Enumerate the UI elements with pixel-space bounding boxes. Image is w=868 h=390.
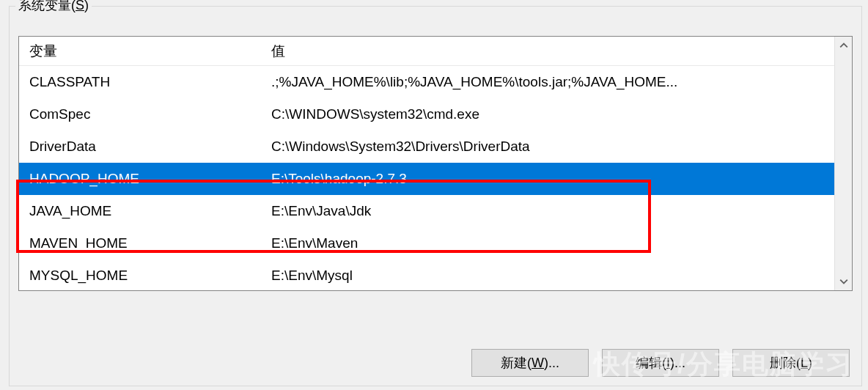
row-var-value: E:\Tools\hadoop-2.7.3: [261, 171, 834, 187]
header-variable[interactable]: 变量: [19, 42, 261, 61]
row-var-value: E:\Env\Maven: [261, 235, 834, 251]
table-row[interactable]: HADOOP_HOMEE:\Tools\hadoop-2.7.3: [19, 163, 834, 195]
scroll-track[interactable]: [835, 54, 852, 273]
row-var-value: C:\WINDOWS\system32\cmd.exe: [261, 106, 834, 122]
row-var-name: JAVA_HOME: [19, 203, 261, 219]
row-var-value: E:\Env\Mysql: [261, 268, 834, 284]
header-value[interactable]: 值: [261, 42, 834, 61]
title-suffix: ): [84, 0, 89, 12]
system-variables-groupbox: 系统变量(S) 变量 值 CLASSPATH.;%JAVA_HOME%\lib;…: [9, 6, 862, 386]
title-prefix: 系统变量(: [18, 0, 76, 12]
edit-button[interactable]: 编辑(I)...: [602, 349, 719, 377]
row-var-name: MYSQL_HOME: [19, 268, 261, 284]
row-var-name: CLASSPATH: [19, 74, 261, 90]
table-row[interactable]: MYSQL_HOMEE:\Env\Mysql: [19, 260, 834, 290]
row-var-name: MAVEN_HOME: [19, 235, 261, 251]
title-accelerator: S: [76, 0, 84, 12]
scroll-down-arrow[interactable]: [835, 273, 852, 290]
list-header: 变量 值: [19, 37, 834, 66]
table-row[interactable]: MAVEN_HOMEE:\Env\Maven: [19, 227, 834, 260]
table-row[interactable]: JAVA_HOMEE:\Env\Java\Jdk: [19, 195, 834, 227]
scroll-up-arrow[interactable]: [835, 37, 852, 54]
row-var-value: .;%JAVA_HOME%\lib;%JAVA_HOME%\tools.jar;…: [261, 74, 834, 90]
row-var-name: DriverData: [19, 139, 261, 155]
groupbox-title: 系统变量(S): [15, 0, 92, 14]
row-var-name: HADOOP_HOME: [19, 171, 261, 187]
delete-button[interactable]: 删除(L): [732, 349, 850, 377]
new-button[interactable]: 新建(W)...: [471, 349, 589, 377]
row-var-value: E:\Env\Java\Jdk: [261, 203, 834, 219]
table-row[interactable]: CLASSPATH.;%JAVA_HOME%\lib;%JAVA_HOME%\t…: [19, 66, 834, 98]
row-var-value: C:\Windows\System32\Drivers\DriverData: [261, 139, 834, 155]
table-row[interactable]: DriverDataC:\Windows\System32\Drivers\Dr…: [19, 130, 834, 163]
button-row: 新建(W)... 编辑(I)... 删除(L): [471, 349, 850, 377]
list-content: 变量 值 CLASSPATH.;%JAVA_HOME%\lib;%JAVA_HO…: [19, 37, 834, 290]
row-var-name: ComSpec: [19, 106, 261, 122]
vertical-scrollbar[interactable]: [834, 37, 852, 290]
variables-listbox[interactable]: 变量 值 CLASSPATH.;%JAVA_HOME%\lib;%JAVA_HO…: [18, 36, 853, 291]
table-row[interactable]: ComSpecC:\WINDOWS\system32\cmd.exe: [19, 98, 834, 130]
